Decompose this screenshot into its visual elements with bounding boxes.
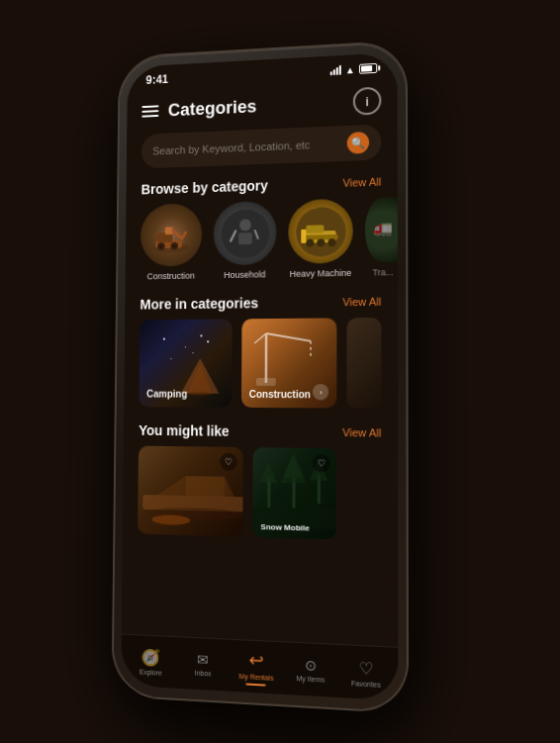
status-time: 9:41: [145, 72, 168, 87]
nav-item-explore[interactable]: 🧭 Explore: [129, 646, 173, 676]
active-nav-indicator: [246, 682, 266, 685]
svg-rect-12: [238, 232, 252, 243]
hamburger-line-2: [141, 110, 158, 113]
browse-view-all[interactable]: View All: [342, 175, 381, 188]
nav-item-rentals[interactable]: ↩ My Rentals: [233, 647, 279, 686]
svg-rect-32: [256, 377, 276, 385]
hamburger-line-3: [141, 114, 158, 117]
signal-icon: [330, 64, 341, 74]
category-circle-construction: [140, 203, 203, 267]
category-circle-heavy: [288, 198, 353, 263]
more-section-header: More in categories View All: [125, 289, 398, 320]
wifi-icon: ▲: [345, 63, 355, 74]
myitems-icon: ⊙: [305, 656, 317, 673]
svg-rect-17: [306, 224, 324, 232]
category-item-transport[interactable]: 🚛 Tra...: [365, 197, 398, 278]
svg-line-4: [172, 230, 182, 237]
rentals-icon: ↩: [248, 648, 263, 671]
category-item-household[interactable]: Household: [213, 200, 276, 279]
category-item-construction[interactable]: Construction: [140, 203, 203, 281]
category-name-household: Household: [224, 269, 265, 280]
inbox-label: Inbox: [195, 669, 212, 677]
browse-section-title: Browse by category: [141, 177, 268, 197]
category-circle-transport: 🚛: [365, 197, 398, 262]
inbox-icon: ✉: [197, 651, 209, 668]
more-section-title: More in categories: [140, 295, 258, 312]
status-icons: ▲: [330, 62, 377, 75]
screen-content: Categories i Search by Keyword, Location…: [121, 77, 398, 697]
like-cards: ♡: [123, 445, 399, 549]
like-card-boat-heart[interactable]: ♡: [220, 452, 237, 470]
like-view-all[interactable]: View All: [342, 425, 381, 438]
more-card-construction[interactable]: Construction ›: [241, 318, 337, 408]
info-button[interactable]: i: [353, 86, 381, 115]
nav-item-myitems[interactable]: ⊙ My Items: [287, 655, 333, 683]
svg-line-5: [181, 232, 185, 237]
svg-marker-40: [281, 459, 307, 483]
more-card-construction-arrow[interactable]: ›: [313, 384, 328, 400]
search-bar[interactable]: Search by Keyword, Location, etc 🔍: [141, 124, 382, 168]
svg-rect-19: [301, 229, 306, 242]
explore-icon: 🧭: [141, 646, 160, 666]
like-card-snowmobile[interactable]: ♡ Snow Mobile: [252, 447, 336, 539]
nav-item-inbox[interactable]: ✉ Inbox: [181, 650, 226, 678]
like-card-snowmobile-heart[interactable]: ♡: [313, 454, 330, 473]
more-cards: Camping Construction ›: [124, 317, 398, 419]
svg-marker-42: [260, 462, 278, 483]
page-title: Categories: [168, 96, 257, 121]
battery-icon: [359, 62, 377, 73]
category-name-heavy: Heavy Machine: [290, 267, 352, 278]
phone-screen: 9:41 ▲: [121, 51, 398, 700]
category-item-heavy[interactable]: Heavy Machine: [288, 198, 353, 278]
more-card-camping[interactable]: Camping: [139, 319, 232, 407]
bottom-nav: 🧭 Explore ✉ Inbox ↩ My Rentals ⊙ My: [121, 633, 398, 697]
more-view-all[interactable]: View All: [342, 295, 381, 308]
header-left: Categories: [141, 96, 256, 122]
more-card-camping-label: Camping: [146, 388, 187, 399]
category-circle-household: [214, 200, 277, 265]
svg-rect-35: [186, 476, 225, 497]
like-card-boat[interactable]: ♡: [138, 445, 243, 536]
phone-shell: 9:41 ▲: [113, 42, 406, 711]
nav-item-favorites[interactable]: ♡ Favorites: [342, 657, 390, 689]
search-placeholder: Search by Keyword, Location, etc: [152, 138, 338, 156]
menu-button[interactable]: [141, 105, 158, 117]
like-card-partial: [347, 448, 382, 540]
rentals-label: My Rentals: [238, 672, 273, 681]
myitems-label: My Items: [296, 674, 325, 683]
search-icon[interactable]: 🔍: [347, 131, 369, 153]
favorites-icon: ♡: [359, 657, 374, 678]
category-name-transport: Tra...: [372, 267, 393, 277]
explore-label: Explore: [140, 667, 162, 675]
svg-line-31: [254, 333, 266, 343]
more-card-construction-label: Construction: [249, 388, 311, 399]
category-name-construction: Construction: [147, 270, 195, 281]
favorites-label: Favorites: [351, 679, 381, 688]
like-section-title: You might like: [139, 421, 230, 438]
svg-text:🚛: 🚛: [373, 219, 393, 237]
svg-line-29: [266, 332, 311, 340]
hamburger-line-1: [141, 105, 158, 108]
like-card-snowmobile-label: Snow Mobile: [261, 521, 310, 532]
notch: [221, 57, 298, 83]
more-card-partial: [347, 317, 382, 408]
like-section-header: You might like View All: [124, 418, 398, 448]
phone-wrapper: 9:41 ▲: [112, 46, 419, 718]
categories-scroll: Construction: [125, 197, 397, 293]
